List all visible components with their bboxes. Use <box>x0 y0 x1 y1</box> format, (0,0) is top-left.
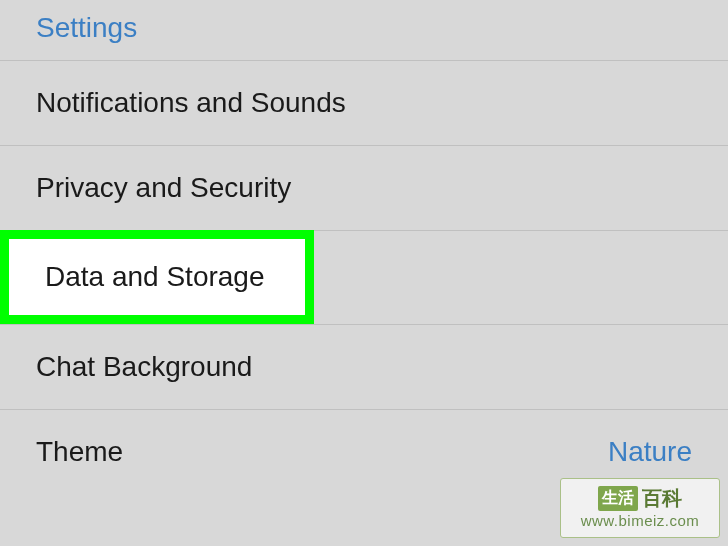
menu-item-notifications[interactable]: Notifications and Sounds <box>0 60 728 145</box>
watermark: 生活 百科 www.bimeiz.com <box>560 478 720 538</box>
menu-item-data-storage-wrapper: Data and Storage <box>0 230 728 324</box>
menu-item-label: Data and Storage <box>45 261 265 293</box>
menu-item-chat-background[interactable]: Chat Background <box>0 324 728 409</box>
menu-item-label: Notifications and Sounds <box>36 87 346 119</box>
menu-item-value: Nature <box>608 436 692 468</box>
watermark-cn-row: 生活 百科 <box>598 485 682 511</box>
menu-item-label: Chat Background <box>36 351 252 383</box>
menu-item-label: Theme <box>36 436 123 468</box>
menu-item-data-storage[interactable]: Data and Storage <box>0 230 314 324</box>
menu-item-privacy[interactable]: Privacy and Security <box>0 145 728 230</box>
watermark-url: www.bimeiz.com <box>581 511 700 531</box>
menu-item-label: Privacy and Security <box>36 172 291 204</box>
watermark-cn-box: 生活 <box>598 486 638 511</box>
watermark-cn-text: 百科 <box>642 485 682 511</box>
settings-section-header: Settings <box>0 0 728 60</box>
